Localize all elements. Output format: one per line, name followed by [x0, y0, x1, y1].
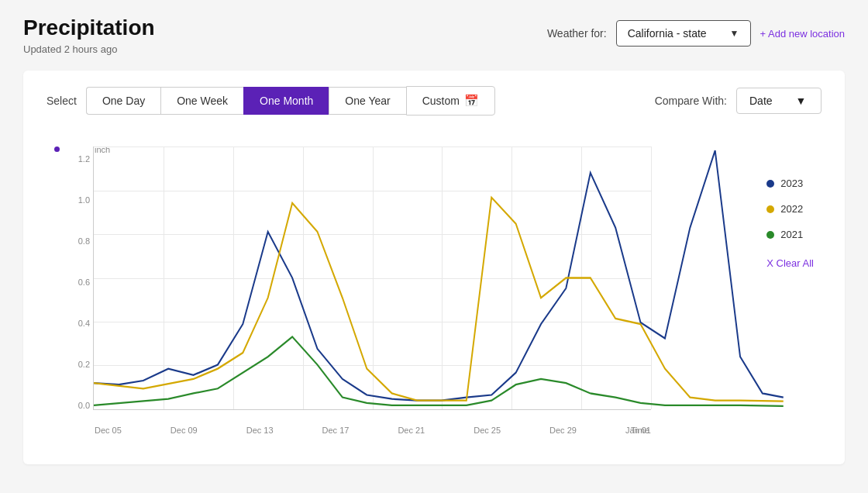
x-label-dec21: Dec 21 — [398, 426, 425, 435]
tab-one-week[interactable]: One Week — [160, 87, 243, 115]
y-tick-2: 0.4 — [78, 319, 90, 328]
compare-date-value: Date — [749, 95, 773, 107]
y-tick-0: 0.0 — [78, 401, 90, 410]
tab-one-year[interactable]: One Year — [329, 87, 405, 115]
x-label-dec13: Dec 13 — [246, 426, 274, 435]
compare-group: Compare With: Date ▼ — [655, 88, 822, 114]
legend-label-2021: 2021 — [780, 229, 803, 240]
compare-date-dropdown[interactable]: Date ▼ — [736, 88, 822, 114]
legend-dot-2021 — [766, 231, 774, 239]
calendar-icon: 📅 — [464, 94, 479, 108]
legend-item-2021: 2021 — [766, 229, 814, 240]
select-label: Select — [46, 95, 77, 107]
legend-label-2022: 2022 — [780, 203, 803, 215]
legend-item-2023: 2023 — [766, 178, 814, 189]
tab-one-month[interactable]: One Month — [243, 87, 329, 115]
y-tick-1: 0.2 — [78, 360, 90, 369]
period-select-group: Select One Day One Week One Month One Ye… — [46, 86, 495, 115]
chart-legend: 2023 2022 2021 X Clear All — [766, 178, 814, 269]
tab-one-day[interactable]: One Day — [86, 87, 160, 115]
x-label-dec17: Dec 17 — [322, 426, 350, 435]
y-axis: 0.0 0.2 0.4 0.6 0.8 1.0 1.2 — [46, 154, 95, 410]
weather-for-label: Weather for: — [547, 27, 607, 40]
y-tick-4: 0.8 — [78, 236, 90, 246]
last-updated: Updated 2 hours ago — [23, 43, 155, 55]
legend-dot-2023 — [766, 180, 774, 188]
tab-custom[interactable]: Custom 📅 — [406, 86, 495, 115]
chevron-down-icon: ▼ — [730, 28, 739, 39]
time-axis-label: Time — [631, 426, 649, 435]
add-location-button[interactable]: + Add new location — [760, 28, 846, 40]
x-label-dec29: Dec 29 — [549, 426, 577, 435]
line-2023 — [94, 150, 784, 401]
chart-plot — [93, 147, 651, 410]
x-label-dec25: Dec 25 — [474, 426, 501, 435]
line-2021 — [94, 337, 784, 406]
clear-all-button[interactable]: X Clear All — [766, 257, 814, 269]
compare-with-label: Compare With: — [655, 95, 727, 107]
header-right: Weather for: California - state ▼ + Add … — [547, 20, 845, 47]
y-axis-dot — [54, 147, 60, 152]
line-2022 — [94, 198, 784, 402]
page: Precipitation Updated 2 hours ago Weathe… — [0, 0, 868, 493]
x-axis-labels: Dec 05 Dec 09 Dec 13 Dec 17 Dec 21 Dec 2… — [95, 426, 651, 435]
page-title: Precipitation — [23, 16, 155, 40]
header: Precipitation Updated 2 hours ago Weathe… — [23, 16, 845, 55]
y-tick-6: 1.2 — [78, 154, 90, 164]
header-left: Precipitation Updated 2 hours ago — [23, 16, 155, 55]
x-label-dec09: Dec 09 — [170, 426, 198, 435]
location-dropdown[interactable]: California - state ▼ — [616, 20, 751, 47]
legend-item-2022: 2022 — [766, 203, 814, 215]
chart-svg — [94, 147, 651, 409]
location-value: California - state — [628, 27, 707, 40]
legend-dot-2022 — [766, 205, 774, 213]
chart-area: inch 0.0 0.2 0.4 0.6 0.8 1.0 1.2 — [46, 131, 822, 441]
x-label-dec05: Dec 05 — [95, 426, 122, 435]
y-tick-3: 0.6 — [78, 278, 90, 287]
controls-bar: Select One Day One Week One Month One Ye… — [46, 86, 822, 115]
y-tick-5: 1.0 — [78, 195, 90, 205]
chevron-down-icon: ▼ — [796, 95, 807, 107]
main-card: Select One Day One Week One Month One Ye… — [23, 71, 845, 464]
v-grid-8 — [651, 147, 652, 409]
legend-label-2023: 2023 — [780, 178, 803, 189]
